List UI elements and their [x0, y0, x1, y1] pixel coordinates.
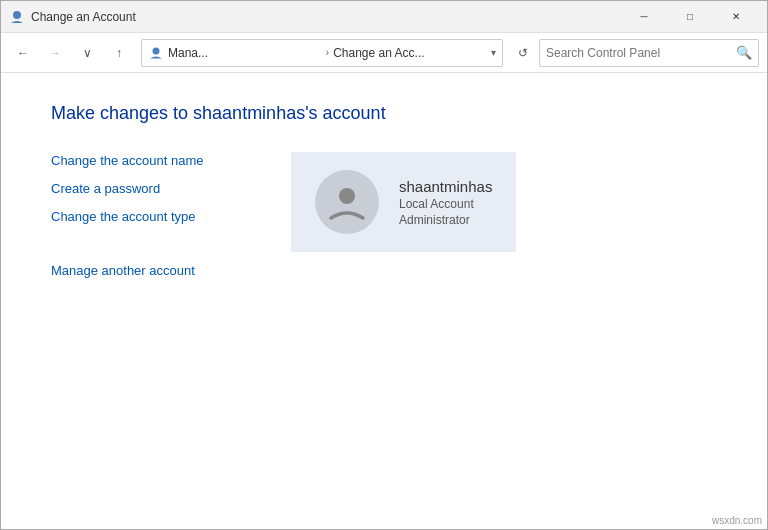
account-name: shaantminhas: [399, 178, 492, 195]
address-bar[interactable]: Mana... › Change an Acc... ▾: [141, 39, 503, 67]
create-password-link[interactable]: Create a password: [51, 180, 251, 198]
address-separator: ›: [326, 47, 329, 58]
search-input[interactable]: [546, 46, 732, 60]
titlebar-title: Change an Account: [31, 10, 621, 24]
svg-point-2: [339, 188, 355, 204]
navbar: ← → ∨ ↑ Mana... › Change an Acc... ▾ ↺ 🔍: [1, 33, 767, 73]
svg-point-0: [13, 11, 21, 19]
account-info: shaantminhas Local Account Administrator: [399, 178, 492, 227]
account-card: shaantminhas Local Account Administrator: [291, 152, 516, 252]
up-button[interactable]: ↑: [105, 39, 133, 67]
app-icon: [9, 9, 25, 25]
close-button[interactable]: ✕: [713, 1, 759, 33]
search-icon[interactable]: 🔍: [736, 45, 752, 60]
change-account-name-link[interactable]: Change the account name: [51, 152, 251, 170]
account-type: Local Account: [399, 197, 492, 211]
actions-panel: Change the account name Create a passwor…: [51, 152, 251, 280]
address-dropdown-icon[interactable]: ▾: [491, 47, 496, 58]
minimize-button[interactable]: ─: [621, 1, 667, 33]
address-segment2: Change an Acc...: [333, 46, 487, 60]
account-role: Administrator: [399, 213, 492, 227]
titlebar-controls: ─ □ ✕: [621, 1, 759, 33]
search-bar[interactable]: 🔍: [539, 39, 759, 67]
svg-point-1: [153, 47, 160, 54]
avatar: [315, 170, 379, 234]
address-segment1: Mana...: [168, 46, 322, 60]
maximize-button[interactable]: □: [667, 1, 713, 33]
avatar-icon: [325, 180, 369, 224]
refresh-button[interactable]: ↺: [511, 39, 535, 67]
manage-another-account-link[interactable]: Manage another account: [51, 262, 251, 280]
address-bar-icon: [148, 45, 164, 61]
page-heading: Make changes to shaantminhas's account: [51, 103, 717, 124]
recent-pages-button[interactable]: ∨: [73, 39, 101, 67]
main-layout: Change the account name Create a passwor…: [51, 152, 717, 280]
back-button[interactable]: ←: [9, 39, 37, 67]
change-account-type-link[interactable]: Change the account type: [51, 208, 251, 226]
main-content: Make changes to shaantminhas's account C…: [1, 73, 767, 529]
titlebar: Change an Account ─ □ ✕: [1, 1, 767, 33]
forward-button[interactable]: →: [41, 39, 69, 67]
